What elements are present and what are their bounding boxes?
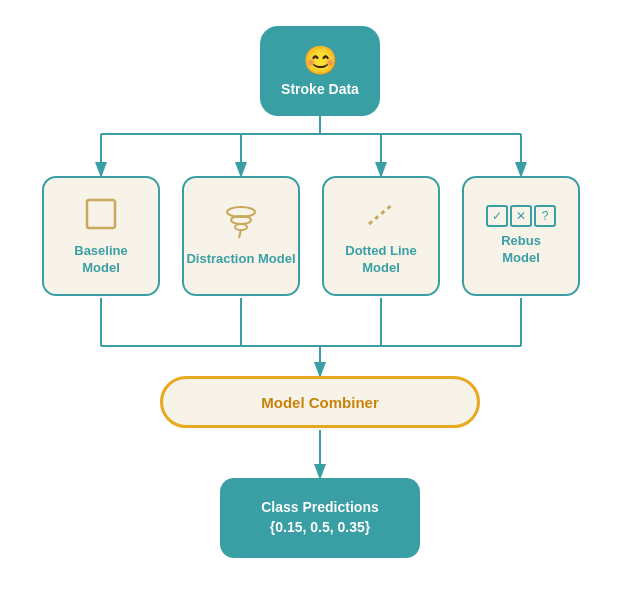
baseline-icon xyxy=(83,196,119,237)
model-combiner-node: Model Combiner xyxy=(160,376,480,428)
distraction-icon xyxy=(221,204,261,245)
dotted-model-node: Dotted LineModel xyxy=(322,176,440,296)
stroke-data-icon: 😊 xyxy=(303,44,338,77)
dotted-label: Dotted LineModel xyxy=(345,243,417,277)
baseline-label: BaselineModel xyxy=(74,243,127,277)
distraction-model-node: Distraction Model xyxy=(182,176,300,296)
combiner-label: Model Combiner xyxy=(261,394,379,411)
svg-rect-18 xyxy=(87,200,115,228)
class-predictions-node: Class Predictions {0.15, 0.5, 0.35} xyxy=(220,478,420,558)
stroke-data-node: 😊 Stroke Data xyxy=(260,26,380,116)
stroke-data-label: Stroke Data xyxy=(281,81,359,98)
svg-point-21 xyxy=(235,224,247,230)
predictions-label: Class Predictions {0.15, 0.5, 0.35} xyxy=(261,498,379,537)
dotted-icon xyxy=(361,196,401,237)
svg-line-22 xyxy=(239,230,241,238)
predictions-line1: Class Predictions xyxy=(261,499,379,515)
distraction-label: Distraction Model xyxy=(186,251,295,268)
rebus-icon: ✓ ✕ ? xyxy=(486,205,556,227)
rebus-label: RebusModel xyxy=(501,233,541,267)
predictions-line2: {0.15, 0.5, 0.35} xyxy=(270,519,370,535)
diagram: 😊 Stroke Data BaselineModel Distraction … xyxy=(20,16,620,576)
svg-line-23 xyxy=(369,204,393,224)
baseline-model-node: BaselineModel xyxy=(42,176,160,296)
rebus-model-node: ✓ ✕ ? RebusModel xyxy=(462,176,580,296)
